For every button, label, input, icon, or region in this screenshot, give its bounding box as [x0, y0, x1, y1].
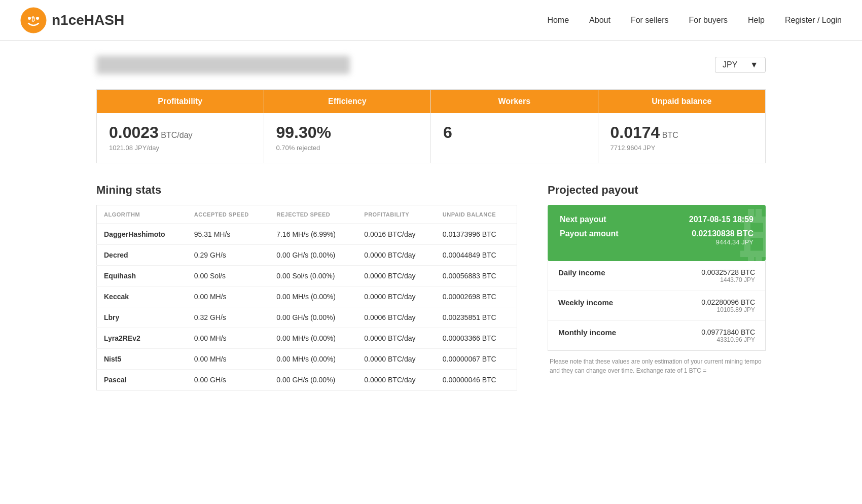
payout-note: Please note that these values are only e… [548, 351, 766, 375]
table-cell-balance: 0.00235851 BTC [436, 307, 517, 328]
table-cell-rejected: 0.00 Sol/s (0.00%) [269, 266, 357, 286]
nav-register[interactable]: Register / Login [785, 16, 842, 25]
stat-card-workers: Workers 6 [431, 90, 598, 163]
svg-point-2 [28, 17, 31, 20]
table-cell-algorithm: Pascal [97, 370, 187, 390]
income-label: Monthly income [558, 328, 616, 337]
stat-value-efficiency: 99.30% [276, 123, 332, 141]
table-cell-profitability: 0.0000 BTC/day [357, 349, 435, 370]
col-algorithm: Algorithm [97, 205, 187, 224]
payout-amount-jpy: 9444.34 JPY [692, 238, 753, 246]
table-cell-rejected: 0.00 GH/s (0.00%) [269, 245, 357, 266]
logo-icon: ₿ [20, 7, 47, 33]
table-cell-balance: 0.00056883 BTC [436, 266, 517, 286]
table-row: DaggerHashimoto95.31 MH/s7.16 MH/s (6.99… [97, 224, 517, 245]
income-value: 0.02280096 BTC10105.89 JPY [701, 298, 755, 313]
income-btc: 0.00325728 BTC [701, 268, 755, 276]
table-cell-algorithm: Equihash [97, 266, 187, 286]
stat-cards: Profitability 0.0023 BTC/day 1021.08 JPY… [96, 89, 766, 163]
income-table: Daily income0.00325728 BTC1443.70 JPYWee… [548, 261, 766, 351]
stat-card-body-workers: 6 [431, 113, 598, 155]
table-row: Lyra2REv20.00 MH/s0.00 MH/s (0.00%)0.000… [97, 328, 517, 349]
currency-arrow: ▼ [750, 60, 758, 69]
mining-stats-section: Mining stats Algorithm Accepted Speed Re… [96, 184, 517, 390]
table-cell-profitability: 0.0000 BTC/day [357, 245, 435, 266]
nav-for-sellers[interactable]: For sellers [631, 16, 669, 25]
table-cell-accepted: 95.31 MH/s [187, 224, 269, 245]
nav-for-buyers[interactable]: For buyers [689, 16, 728, 25]
stat-unit-profitability: BTC/day [159, 131, 193, 139]
table-cell-rejected: 7.16 MH/s (6.99%) [269, 224, 357, 245]
nav-help[interactable]: Help [748, 16, 765, 25]
income-jpy: 1443.70 JPY [701, 276, 755, 283]
table-cell-accepted: 0.00 MH/s [187, 349, 269, 370]
blurred-wallet-title [96, 56, 350, 74]
income-jpy: 43310.96 JPY [701, 336, 755, 343]
next-payout-label: Next payout [560, 215, 606, 224]
income-value: 0.09771840 BTC43310.96 JPY [701, 328, 755, 343]
table-cell-profitability: 0.0000 BTC/day [357, 266, 435, 286]
table-cell-profitability: 0.0000 BTC/day [357, 328, 435, 349]
stat-card-unpaid: Unpaid balance 0.0174 BTC 7712.9604 JPY [598, 90, 766, 163]
nav-home[interactable]: Home [547, 16, 569, 25]
payout-amount-btc: 0.02130838 BTC [692, 229, 753, 238]
payout-amount-label: Payout amount [560, 229, 619, 238]
stat-card-efficiency: Efficiency 99.30% 0.70% rejected [264, 90, 432, 163]
stat-value-profitability: 0.0023 [109, 123, 159, 141]
table-cell-algorithm: Nist5 [97, 349, 187, 370]
table-cell-rejected: 0.00 MH/s (0.00%) [269, 349, 357, 370]
income-jpy: 10105.89 JPY [701, 306, 755, 313]
table-cell-profitability: 0.0000 BTC/day [357, 286, 435, 307]
stat-card-body-efficiency: 99.30% 0.70% rejected [264, 113, 431, 163]
table-row: Nist50.00 MH/s0.00 MH/s (0.00%)0.0000 BT… [97, 349, 517, 370]
table-cell-rejected: 0.00 GH/s (0.00%) [269, 307, 357, 328]
projected-payout-section: Projected payout Next payout 2017-08-15 … [548, 184, 766, 375]
mining-table-header-row: Algorithm Accepted Speed Rejected Speed … [97, 205, 517, 224]
table-cell-profitability: 0.0016 BTC/day [357, 224, 435, 245]
table-cell-accepted: 0.00 GH/s [187, 370, 269, 390]
currency-selector[interactable]: JPY ▼ [715, 57, 766, 73]
income-btc: 0.02280096 BTC [701, 298, 755, 306]
projected-payout-title: Projected payout [548, 184, 766, 197]
main-nav: Home About For sellers For buyers Help R… [547, 16, 842, 25]
table-cell-accepted: 0.00 MH/s [187, 328, 269, 349]
page-header: JPY ▼ [96, 56, 766, 74]
stat-sub-unpaid: 7712.9604 JPY [610, 144, 753, 152]
table-cell-profitability: 0.0006 BTC/day [357, 307, 435, 328]
stat-card-header-unpaid: Unpaid balance [598, 90, 766, 113]
logo-text: n1ceHASH [52, 12, 124, 28]
bottom-section: Mining stats Algorithm Accepted Speed Re… [96, 184, 766, 390]
nav-about[interactable]: About [589, 16, 610, 25]
table-cell-accepted: 0.00 MH/s [187, 286, 269, 307]
table-cell-balance: 0.00000046 BTC [436, 370, 517, 390]
payout-green-card: Next payout 2017-08-15 18:59 Payout amou… [548, 205, 766, 261]
table-cell-accepted: 0.32 GH/s [187, 307, 269, 328]
income-row: Weekly income0.02280096 BTC10105.89 JPY [548, 291, 765, 321]
logo[interactable]: ₿ n1ceHASH [20, 7, 124, 33]
header: ₿ n1ceHASH Home About For sellers For bu… [0, 0, 862, 41]
stat-card-header-workers: Workers [431, 90, 598, 113]
mining-stats-title: Mining stats [96, 184, 517, 197]
table-cell-algorithm: Keccak [97, 286, 187, 307]
stat-card-header-profitability: Profitability [97, 90, 264, 113]
stat-unit-unpaid: BTC [660, 131, 678, 139]
stat-sub-profitability: 1021.08 JPY/day [109, 144, 252, 152]
currency-value: JPY [723, 60, 737, 69]
table-row: Equihash0.00 Sol/s0.00 Sol/s (0.00%)0.00… [97, 266, 517, 286]
income-label: Daily income [558, 268, 605, 277]
next-payout-value: 2017-08-15 18:59 [689, 215, 753, 224]
table-cell-algorithm: Lbry [97, 307, 187, 328]
income-row: Daily income0.00325728 BTC1443.70 JPY [548, 261, 765, 291]
stat-card-body-profitability: 0.0023 BTC/day 1021.08 JPY/day [97, 113, 264, 163]
stat-card-profitability: Profitability 0.0023 BTC/day 1021.08 JPY… [97, 90, 264, 163]
col-accepted-speed: Accepted Speed [187, 205, 269, 224]
stat-card-body-unpaid: 0.0174 BTC 7712.9604 JPY [598, 113, 766, 163]
stat-value-unpaid: 0.0174 [610, 123, 660, 141]
table-cell-rejected: 0.00 MH/s (0.00%) [269, 286, 357, 307]
svg-point-3 [36, 17, 39, 20]
stat-sub-efficiency: 0.70% rejected [276, 144, 419, 152]
table-cell-rejected: 0.00 GH/s (0.00%) [269, 370, 357, 390]
table-cell-balance: 0.00003366 BTC [436, 328, 517, 349]
income-value: 0.00325728 BTC1443.70 JPY [701, 268, 755, 283]
mining-table: Algorithm Accepted Speed Rejected Speed … [96, 205, 517, 390]
